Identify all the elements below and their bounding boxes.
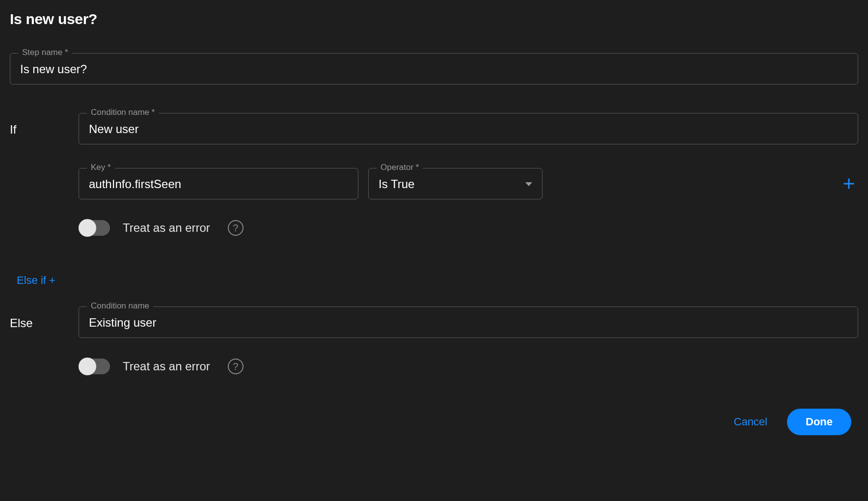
else-condition-name-label: Condition name xyxy=(87,301,153,311)
add-condition-button[interactable] xyxy=(840,174,858,193)
help-icon[interactable]: ? xyxy=(228,220,244,236)
page-title: Is new user? xyxy=(10,11,858,28)
help-icon[interactable]: ? xyxy=(228,359,244,374)
if-label: If xyxy=(10,113,69,137)
if-condition-name-label: Condition name * xyxy=(87,108,159,117)
key-fieldset: Key * xyxy=(79,168,358,199)
else-treat-error-label: Treat as an error xyxy=(123,360,210,373)
operator-fieldset[interactable]: Operator * Is True xyxy=(368,168,542,199)
done-button[interactable]: Done xyxy=(787,409,851,435)
if-condition-name-input[interactable] xyxy=(89,122,848,136)
else-row: Else Condition name xyxy=(10,306,858,338)
operator-value: Is True xyxy=(379,177,414,191)
operator-label: Operator * xyxy=(377,163,423,172)
key-operator-row: Key * Operator * Is True xyxy=(79,168,858,199)
else-condition-name-input[interactable] xyxy=(89,316,848,330)
key-label: Key * xyxy=(87,163,115,172)
if-treat-error-toggle[interactable] xyxy=(79,220,110,236)
step-name-label: Step name * xyxy=(18,48,72,57)
toggle-knob xyxy=(79,358,96,375)
footer-buttons: Cancel Done xyxy=(10,409,858,435)
else-if-link[interactable]: Else if + xyxy=(17,274,55,287)
if-row: If Condition name * xyxy=(10,113,858,144)
chevron-down-icon xyxy=(525,182,532,186)
plus-icon xyxy=(842,177,856,191)
else-treat-error-toggle[interactable] xyxy=(79,359,110,374)
if-treat-error-row: Treat as an error ? xyxy=(79,220,858,236)
else-label: Else xyxy=(10,306,69,330)
step-name-input[interactable] xyxy=(20,62,848,76)
if-treat-error-label: Treat as an error xyxy=(123,221,210,235)
step-name-fieldset: Step name * xyxy=(10,53,858,84)
else-condition-name-fieldset: Condition name xyxy=(79,306,858,338)
cancel-button[interactable]: Cancel xyxy=(734,416,767,428)
if-condition-name-fieldset: Condition name * xyxy=(79,113,858,144)
else-treat-error-row: Treat as an error ? xyxy=(79,359,858,374)
key-input[interactable] xyxy=(89,177,348,191)
toggle-knob xyxy=(79,219,96,237)
